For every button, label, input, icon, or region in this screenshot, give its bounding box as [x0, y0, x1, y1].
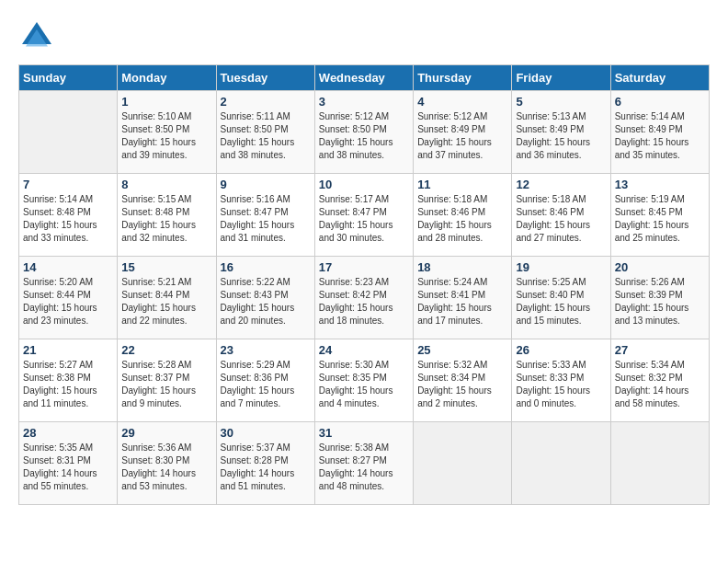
calendar-cell: 5 Sunrise: 5:13 AM Sunset: 8:49 PM Dayli…	[512, 91, 610, 174]
day-info: Sunrise: 5:34 AM Sunset: 8:32 PM Dayligh…	[615, 359, 705, 410]
day-number: 11	[417, 178, 507, 191]
day-info: Sunrise: 5:32 AM Sunset: 8:34 PM Dayligh…	[417, 359, 507, 410]
weekday-header: Friday	[512, 65, 610, 91]
day-info: Sunrise: 5:15 AM Sunset: 8:48 PM Dayligh…	[121, 193, 211, 245]
day-info: Sunrise: 5:21 AM Sunset: 8:44 PM Dayligh…	[121, 276, 211, 327]
day-info: Sunrise: 5:35 AM Sunset: 8:31 PM Dayligh…	[23, 442, 113, 493]
calendar-cell: 13 Sunrise: 5:19 AM Sunset: 8:45 PM Dayl…	[610, 174, 709, 257]
day-info: Sunrise: 5:11 AM Sunset: 8:50 PM Dayligh…	[221, 110, 311, 162]
calendar-cell: 23 Sunrise: 5:29 AM Sunset: 8:36 PM Dayl…	[216, 339, 314, 422]
day-number: 13	[615, 178, 705, 191]
day-number: 31	[319, 426, 409, 440]
day-number: 10	[319, 178, 409, 191]
calendar-cell: 4 Sunrise: 5:12 AM Sunset: 8:49 PM Dayli…	[414, 91, 512, 174]
calendar-cell: 31 Sunrise: 5:38 AM Sunset: 8:27 PM Dayl…	[314, 422, 413, 505]
calendar-cell: 21 Sunrise: 5:27 AM Sunset: 8:38 PM Dayl…	[19, 339, 118, 422]
day-number: 23	[221, 343, 311, 357]
calendar-cell: 3 Sunrise: 5:12 AM Sunset: 8:50 PM Dayli…	[314, 91, 413, 174]
weekday-header: Sunday	[19, 65, 118, 91]
weekday-header: Tuesday	[216, 65, 314, 91]
calendar-cell: 9 Sunrise: 5:16 AM Sunset: 8:47 PM Dayli…	[216, 174, 314, 257]
day-number: 26	[516, 343, 606, 357]
day-info: Sunrise: 5:25 AM Sunset: 8:40 PM Dayligh…	[516, 276, 606, 327]
day-number: 22	[121, 343, 211, 357]
day-number: 14	[23, 260, 113, 274]
calendar-cell: 2 Sunrise: 5:11 AM Sunset: 8:50 PM Dayli…	[216, 91, 314, 174]
calendar-cell: 18 Sunrise: 5:24 AM Sunset: 8:41 PM Dayl…	[414, 257, 512, 339]
calendar-cell: 16 Sunrise: 5:22 AM Sunset: 8:43 PM Dayl…	[216, 257, 314, 339]
logo-icon	[18, 18, 55, 55]
calendar-week-row: 21 Sunrise: 5:27 AM Sunset: 8:38 PM Dayl…	[19, 339, 710, 422]
calendar-week-row: 1 Sunrise: 5:10 AM Sunset: 8:50 PM Dayli…	[19, 91, 710, 174]
day-number: 1	[121, 95, 211, 109]
day-info: Sunrise: 5:14 AM Sunset: 8:49 PM Dayligh…	[615, 110, 705, 162]
day-info: Sunrise: 5:18 AM Sunset: 8:46 PM Dayligh…	[516, 193, 606, 245]
day-number: 24	[319, 343, 409, 357]
calendar-cell: 6 Sunrise: 5:14 AM Sunset: 8:49 PM Dayli…	[610, 91, 709, 174]
day-info: Sunrise: 5:28 AM Sunset: 8:37 PM Dayligh…	[121, 359, 211, 410]
calendar-cell: 27 Sunrise: 5:34 AM Sunset: 8:32 PM Dayl…	[610, 339, 709, 422]
calendar-cell: 8 Sunrise: 5:15 AM Sunset: 8:48 PM Dayli…	[118, 174, 216, 257]
day-number: 9	[221, 178, 311, 191]
logo	[18, 18, 61, 55]
day-number: 28	[23, 426, 113, 440]
calendar-table: SundayMondayTuesdayWednesdayThursdayFrid…	[18, 64, 710, 505]
calendar-cell: 22 Sunrise: 5:28 AM Sunset: 8:37 PM Dayl…	[118, 339, 216, 422]
calendar-cell	[512, 422, 610, 505]
page-header	[18, 18, 710, 55]
day-info: Sunrise: 5:30 AM Sunset: 8:35 PM Dayligh…	[319, 359, 409, 410]
weekday-header: Monday	[118, 65, 216, 91]
day-info: Sunrise: 5:33 AM Sunset: 8:33 PM Dayligh…	[516, 359, 606, 410]
day-number: 7	[23, 178, 113, 191]
calendar-cell: 1 Sunrise: 5:10 AM Sunset: 8:50 PM Dayli…	[118, 91, 216, 174]
day-info: Sunrise: 5:24 AM Sunset: 8:41 PM Dayligh…	[417, 276, 507, 327]
day-info: Sunrise: 5:14 AM Sunset: 8:48 PM Dayligh…	[23, 193, 113, 245]
day-info: Sunrise: 5:19 AM Sunset: 8:45 PM Dayligh…	[615, 193, 705, 245]
day-number: 27	[615, 343, 705, 357]
calendar-week-row: 14 Sunrise: 5:20 AM Sunset: 8:44 PM Dayl…	[19, 257, 710, 339]
day-number: 20	[615, 260, 705, 274]
calendar-cell: 28 Sunrise: 5:35 AM Sunset: 8:31 PM Dayl…	[19, 422, 118, 505]
day-info: Sunrise: 5:36 AM Sunset: 8:30 PM Dayligh…	[121, 442, 211, 493]
day-number: 18	[417, 260, 507, 274]
calendar-cell	[414, 422, 512, 505]
day-number: 5	[516, 95, 606, 109]
weekday-header: Thursday	[414, 65, 512, 91]
day-number: 30	[221, 426, 311, 440]
day-number: 8	[121, 178, 211, 191]
weekday-header: Wednesday	[314, 65, 413, 91]
calendar-week-row: 7 Sunrise: 5:14 AM Sunset: 8:48 PM Dayli…	[19, 174, 710, 257]
day-info: Sunrise: 5:18 AM Sunset: 8:46 PM Dayligh…	[417, 193, 507, 245]
calendar-week-row: 28 Sunrise: 5:35 AM Sunset: 8:31 PM Dayl…	[19, 422, 710, 505]
calendar-cell: 30 Sunrise: 5:37 AM Sunset: 8:28 PM Dayl…	[216, 422, 314, 505]
calendar-cell: 24 Sunrise: 5:30 AM Sunset: 8:35 PM Dayl…	[314, 339, 413, 422]
calendar-cell	[610, 422, 709, 505]
calendar-cell: 7 Sunrise: 5:14 AM Sunset: 8:48 PM Dayli…	[19, 174, 118, 257]
day-info: Sunrise: 5:22 AM Sunset: 8:43 PM Dayligh…	[221, 276, 311, 327]
day-info: Sunrise: 5:26 AM Sunset: 8:39 PM Dayligh…	[615, 276, 705, 327]
day-info: Sunrise: 5:16 AM Sunset: 8:47 PM Dayligh…	[221, 193, 311, 245]
day-number: 29	[121, 426, 211, 440]
calendar-cell: 17 Sunrise: 5:23 AM Sunset: 8:42 PM Dayl…	[314, 257, 413, 339]
calendar-cell	[19, 91, 118, 174]
day-number: 2	[221, 95, 311, 109]
calendar-cell: 12 Sunrise: 5:18 AM Sunset: 8:46 PM Dayl…	[512, 174, 610, 257]
day-number: 19	[516, 260, 606, 274]
day-info: Sunrise: 5:12 AM Sunset: 8:50 PM Dayligh…	[319, 110, 409, 162]
day-number: 17	[319, 260, 409, 274]
day-info: Sunrise: 5:10 AM Sunset: 8:50 PM Dayligh…	[121, 110, 211, 162]
day-number: 15	[121, 260, 211, 274]
day-number: 6	[615, 95, 705, 109]
calendar-cell: 15 Sunrise: 5:21 AM Sunset: 8:44 PM Dayl…	[118, 257, 216, 339]
calendar-cell: 25 Sunrise: 5:32 AM Sunset: 8:34 PM Dayl…	[414, 339, 512, 422]
day-info: Sunrise: 5:27 AM Sunset: 8:38 PM Dayligh…	[23, 359, 113, 410]
calendar-cell: 29 Sunrise: 5:36 AM Sunset: 8:30 PM Dayl…	[118, 422, 216, 505]
day-info: Sunrise: 5:23 AM Sunset: 8:42 PM Dayligh…	[319, 276, 409, 327]
weekday-header: Saturday	[610, 65, 709, 91]
day-info: Sunrise: 5:17 AM Sunset: 8:47 PM Dayligh…	[319, 193, 409, 245]
day-number: 4	[417, 95, 507, 109]
calendar-cell: 26 Sunrise: 5:33 AM Sunset: 8:33 PM Dayl…	[512, 339, 610, 422]
day-info: Sunrise: 5:29 AM Sunset: 8:36 PM Dayligh…	[221, 359, 311, 410]
day-info: Sunrise: 5:37 AM Sunset: 8:28 PM Dayligh…	[221, 442, 311, 493]
day-info: Sunrise: 5:20 AM Sunset: 8:44 PM Dayligh…	[23, 276, 113, 327]
